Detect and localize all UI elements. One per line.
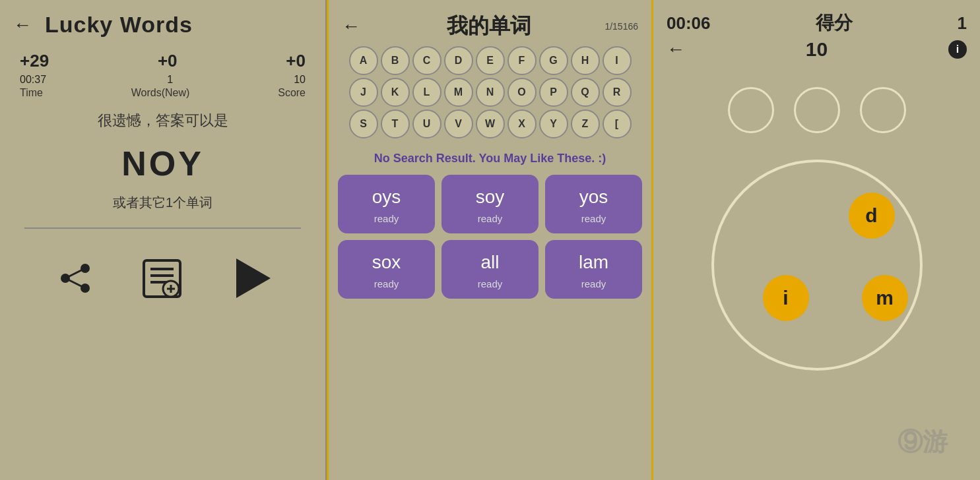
score-right: 1 — [958, 13, 967, 34]
alpha-btn-S[interactable]: S — [349, 109, 378, 138]
alpha-btn-O[interactable]: O — [507, 78, 537, 107]
alpha-btn-B[interactable]: B — [381, 46, 410, 75]
play-button[interactable] — [236, 258, 271, 298]
info-button[interactable]: i — [948, 40, 967, 59]
stats-section: +29 +0 +0 00:37 1 10 Time Words(New) Sco… — [0, 44, 325, 99]
word-counter: 1/15166 — [604, 21, 638, 32]
status-oys: ready — [374, 213, 399, 224]
app-title: Lucky Words — [45, 12, 193, 38]
alpha-btn-D[interactable]: D — [444, 46, 473, 75]
alpha-btn-H[interactable]: H — [571, 46, 600, 75]
panel-game: 00:06 得分 1 ← 10 i d i m ⑨游 — [653, 0, 980, 480]
alpha-btn-U[interactable]: U — [412, 109, 441, 138]
stats-numbers-row: 00:37 1 10 — [20, 74, 306, 86]
share-icon — [59, 262, 92, 295]
alpha-btn-C[interactable]: C — [412, 46, 441, 75]
panel-results: ← Lucky Words +29 +0 +0 00:37 1 10 Time … — [0, 0, 327, 480]
list-button[interactable] — [139, 255, 185, 301]
action-buttons — [0, 235, 325, 321]
game-timer: 00:06 — [667, 13, 711, 34]
answer-slot-2 — [794, 87, 840, 133]
alpha-btn-Q[interactable]: Q — [571, 78, 600, 107]
word-cards-grid: oys ready soy ready yos ready sox ready … — [329, 175, 651, 299]
alpha-btn-R[interactable]: R — [603, 78, 632, 107]
status-soy: ready — [478, 213, 503, 224]
wheel-circle — [711, 160, 923, 371]
word-all: all — [480, 252, 499, 273]
svg-text:⑨游: ⑨游 — [898, 428, 948, 456]
panel2-title: 我的单词 — [374, 12, 604, 41]
stat-val3: +0 — [286, 51, 306, 71]
word-card-oys[interactable]: oys ready — [338, 175, 435, 233]
panel3-header: 00:06 得分 1 — [653, 0, 980, 38]
word-card-soy[interactable]: soy ready — [441, 175, 539, 233]
alpha-btn-J[interactable]: J — [349, 78, 378, 107]
alpha-btn-N[interactable]: N — [476, 78, 505, 107]
score-label: 得分 — [816, 11, 853, 36]
result-word: NOY — [121, 144, 204, 183]
panel1-header: ← Lucky Words — [0, 0, 325, 44]
alpha-btn-I[interactable]: I — [603, 46, 632, 75]
alphabet-filter: A B C D E F G H I J K L M N O P Q R S T … — [343, 46, 638, 138]
svg-line-3 — [65, 268, 85, 278]
panel2-header: ← 我的单词 1/15166 — [329, 0, 651, 46]
alpha-btn-E[interactable]: E — [476, 46, 505, 75]
status-sox: ready — [374, 278, 399, 289]
result-message: 很遗憾，答案可以是 — [98, 111, 228, 131]
word-card-sox[interactable]: sox ready — [338, 240, 435, 299]
alpha-row-1: A B C D E F G H I — [349, 46, 632, 75]
panel3-back-button[interactable]: ← — [667, 39, 685, 60]
status-all: ready — [478, 278, 503, 289]
word-card-yos[interactable]: yos ready — [545, 175, 642, 233]
status-lam: ready — [581, 278, 606, 289]
answer-slot-3 — [860, 87, 906, 133]
alpha-btn-Z[interactable]: Z — [571, 109, 600, 138]
alpha-btn-W[interactable]: W — [476, 109, 505, 138]
game-score: 10 — [806, 38, 828, 61]
alpha-btn-L[interactable]: L — [412, 78, 441, 107]
stats-labels-row: Time Words(New) Score — [20, 87, 306, 99]
panel3-subheader: ← 10 i — [653, 38, 980, 67]
words-value: 1 — [167, 74, 173, 86]
time-label: Time — [20, 87, 43, 99]
stat-val2: +0 — [158, 51, 178, 71]
stat-val1: +29 — [20, 51, 49, 71]
alpha-btn-M[interactable]: M — [444, 78, 473, 107]
word-card-all[interactable]: all ready — [441, 240, 539, 299]
or-text: 或者其它1个单词 — [113, 194, 212, 212]
word-card-lam[interactable]: lam ready — [545, 240, 642, 299]
alpha-btn-T[interactable]: T — [381, 109, 410, 138]
panel2-back-button[interactable]: ← — [342, 16, 360, 37]
alpha-btn-bracket[interactable]: [ — [603, 109, 632, 138]
alpha-btn-V[interactable]: V — [444, 109, 473, 138]
alpha-row-3: S T U V W X Y Z [ — [349, 109, 632, 138]
alpha-btn-F[interactable]: F — [507, 46, 537, 75]
letter-m[interactable]: m — [862, 275, 908, 321]
letter-i[interactable]: i — [763, 275, 809, 321]
alpha-btn-G[interactable]: G — [539, 46, 568, 75]
alpha-btn-K[interactable]: K — [381, 78, 410, 107]
stats-values-row: +29 +0 +0 — [20, 51, 306, 71]
time-value: 00:37 — [20, 74, 46, 86]
word-oys: oys — [372, 187, 401, 208]
jiuyou-logo: ⑨游 — [894, 414, 973, 467]
no-result-message: No Search Result. You May Like These. :) — [368, 152, 612, 165]
info-icon: i — [956, 44, 959, 55]
alpha-btn-Y[interactable]: Y — [539, 109, 568, 138]
score-value: 10 — [294, 74, 306, 86]
alpha-row-2: J K L M N O P Q R — [349, 78, 632, 107]
alpha-btn-A[interactable]: A — [349, 46, 378, 75]
status-yos: ready — [581, 213, 606, 224]
score-label: Score — [278, 87, 306, 99]
word-yos: yos — [579, 187, 608, 208]
panel-my-words: ← 我的单词 1/15166 A B C D E F G H I J K L M… — [327, 0, 653, 480]
alpha-btn-X[interactable]: X — [507, 109, 537, 138]
words-label: Words(New) — [131, 87, 190, 99]
letter-d[interactable]: d — [849, 193, 895, 239]
answer-slots — [728, 87, 906, 133]
share-button[interactable] — [55, 258, 95, 298]
game-wheel: d i m — [705, 153, 929, 377]
alpha-btn-P[interactable]: P — [539, 78, 568, 107]
back-button[interactable]: ← — [13, 15, 32, 36]
list-add-icon — [141, 257, 183, 300]
